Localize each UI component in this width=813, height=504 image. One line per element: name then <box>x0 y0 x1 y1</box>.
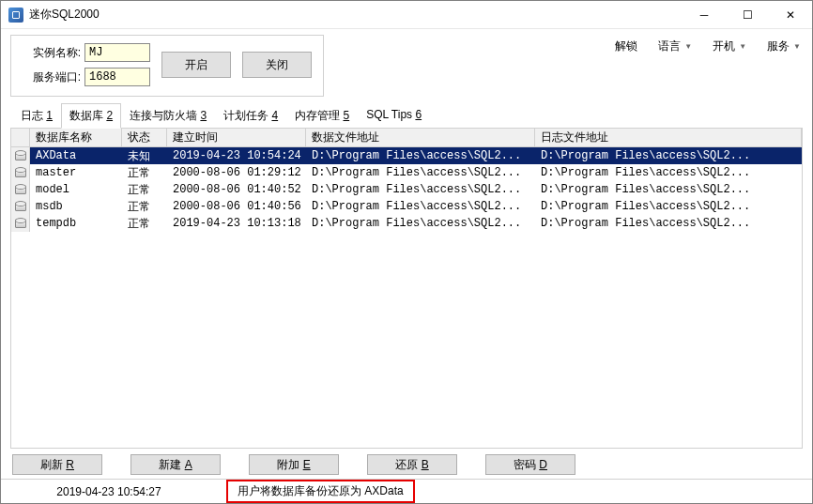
database-icon <box>15 151 26 160</box>
tab-memory[interactable]: 内存管理 5 <box>286 103 358 129</box>
minimize-button[interactable]: ─ <box>683 1 726 29</box>
chevron-down-icon: ▼ <box>739 42 746 51</box>
service-port-input[interactable] <box>84 68 150 86</box>
table-row[interactable]: AXData未知2019-04-23 10:54:24D:\Program Fi… <box>11 147 802 164</box>
status-message: 用户将数据库备份还原为 AXData <box>226 480 415 503</box>
database-icon <box>15 185 26 194</box>
action-bar: 刷新 R 新建 A 附加 E 还原 B 密码 D <box>10 449 803 479</box>
instance-panel: 实例名称: 服务端口: 开启 关闭 <box>10 35 324 97</box>
window-title: 迷你SQL2000 <box>29 7 100 23</box>
col-log-path[interactable]: 日志文件地址 <box>535 129 802 146</box>
col-status[interactable]: 状态 <box>122 129 167 146</box>
col-created[interactable]: 建立时间 <box>167 129 306 146</box>
close-button[interactable]: ✕ <box>769 1 812 29</box>
title-bar: 迷你SQL2000 ─ ☐ ✕ <box>1 1 812 29</box>
new-button[interactable]: 新建 A <box>130 454 221 475</box>
col-name[interactable]: 数据库名称 <box>30 129 122 146</box>
refresh-button[interactable]: 刷新 R <box>12 454 102 475</box>
table-row[interactable]: tempdb正常2019-04-23 10:13:18D:\Program Fi… <box>11 215 802 232</box>
tab-schedule[interactable]: 计划任务 4 <box>215 103 286 129</box>
tab-firewall[interactable]: 连接与防火墙 3 <box>121 103 215 129</box>
status-bar: 2019-04-23 10:54:27 用户将数据库备份还原为 AXData <box>1 479 812 503</box>
table-row[interactable]: master正常2000-08-06 01:29:12D:\Program Fi… <box>11 164 802 181</box>
status-time: 2019-04-23 10:54:27 <box>10 485 207 498</box>
restore-button[interactable]: 还原 B <box>367 454 457 475</box>
table-row[interactable]: msdb正常2000-08-06 01:40:56D:\Program File… <box>11 198 802 215</box>
password-button[interactable]: 密码 D <box>485 454 575 475</box>
tab-database[interactable]: 数据库 2 <box>61 103 121 129</box>
chevron-down-icon: ▼ <box>793 42 801 51</box>
tab-sqltips[interactable]: SQL Tips 6 <box>358 103 430 129</box>
chevron-down-icon: ▼ <box>684 42 692 51</box>
instance-name-label: 实例名称: <box>23 45 81 61</box>
tab-bar: 日志 1 数据库 2 连接与防火墙 3 计划任务 4 内存管理 5 SQL Ti… <box>10 102 803 129</box>
database-icon <box>15 168 26 177</box>
start-button[interactable]: 开启 <box>161 52 231 78</box>
database-icon <box>15 202 26 211</box>
grid-header: 数据库名称 状态 建立时间 数据文件地址 日志文件地址 <box>11 129 802 147</box>
table-row[interactable]: model正常2000-08-06 01:40:52D:\Program Fil… <box>11 181 802 198</box>
menu-unlock[interactable]: 解锁 <box>615 38 637 54</box>
service-port-label: 服务端口: <box>23 69 81 85</box>
instance-name-input[interactable] <box>84 43 150 62</box>
menu-bar: 解锁 语言▼ 开机▼ 服务▼ <box>613 35 803 56</box>
database-icon <box>15 219 26 228</box>
tab-log[interactable]: 日志 1 <box>12 103 61 129</box>
col-data-path[interactable]: 数据文件地址 <box>306 129 535 146</box>
grid-body[interactable]: AXData未知2019-04-23 10:54:24D:\Program Fi… <box>11 147 802 448</box>
attach-button[interactable]: 附加 E <box>249 454 339 475</box>
stop-button[interactable]: 关闭 <box>242 52 312 78</box>
maximize-button[interactable]: ☐ <box>726 1 769 29</box>
menu-boot[interactable]: 开机▼ <box>713 38 746 54</box>
database-grid: 数据库名称 状态 建立时间 数据文件地址 日志文件地址 AXData未知2019… <box>10 128 803 449</box>
app-icon <box>8 8 23 23</box>
menu-language[interactable]: 语言▼ <box>658 38 692 54</box>
menu-service[interactable]: 服务▼ <box>767 38 801 54</box>
